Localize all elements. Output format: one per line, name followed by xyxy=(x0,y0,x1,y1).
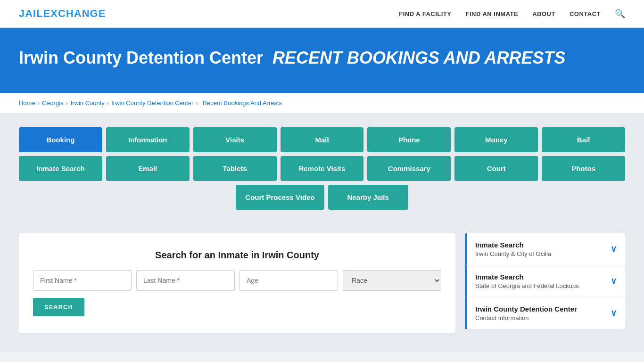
buttons-row-2: Inmate SearchEmailTabletsRemote VisitsCo… xyxy=(19,156,625,181)
btn-bail[interactable]: Bail xyxy=(542,127,625,152)
chevron-down-icon: ∨ xyxy=(611,276,617,286)
last-name-input[interactable] xyxy=(136,270,235,291)
btn-tablets[interactable]: Tablets xyxy=(193,156,277,181)
btn-photos[interactable]: Photos xyxy=(542,156,625,181)
breadcrumb-separator: › xyxy=(107,99,109,107)
breadcrumb-separator: › xyxy=(66,99,68,107)
btn-mail[interactable]: Mail xyxy=(281,127,364,152)
sidebar-contact-title: Irwin County Detention Center xyxy=(475,305,577,313)
search-button[interactable]: SEARCH xyxy=(33,298,84,316)
breadcrumb-current: Recent Bookings And Arrests xyxy=(203,99,282,107)
breadcrumb-link-bc-irwin-county[interactable]: Irwin County xyxy=(71,99,105,107)
btn-phone[interactable]: Phone xyxy=(367,127,451,152)
nav-link-find-inmate[interactable]: FIND AN INMATE xyxy=(465,10,518,17)
nav-links: FIND A FACILITYFIND AN INMATEABOUTCONTAC… xyxy=(399,8,625,19)
nav-link-about[interactable]: ABOUT xyxy=(532,10,555,17)
btn-money[interactable]: Money xyxy=(454,127,538,152)
buttons-section: BookingInformationVisitsMailPhoneMoneyBa… xyxy=(0,113,644,224)
search-icon[interactable]: 🔍 xyxy=(615,8,625,19)
btn-information[interactable]: Information xyxy=(106,127,190,152)
hero-title-main: Irwin County Detention Center xyxy=(19,48,263,67)
sidebar-inmate-county-subtitle: Irwin County & City of Ocilla xyxy=(475,250,551,257)
nav-link-contact[interactable]: CONTACT xyxy=(570,10,601,17)
sidebar: Inmate SearchIrwin County & City of Ocil… xyxy=(465,233,625,329)
btn-nearby-jails[interactable]: Nearby Jails xyxy=(328,185,408,210)
nav-link-find-facility[interactable]: FIND A FACILITY xyxy=(399,10,451,17)
search-card: Search for an Inmate in Irwin County Rac… xyxy=(19,233,455,333)
navbar: JAILEXCHANGE FIND A FACILITYFIND AN INMA… xyxy=(0,0,644,28)
first-name-input[interactable] xyxy=(33,270,132,291)
breadcrumb-separator: › xyxy=(38,99,40,107)
sidebar-inmate-state-subtitle: State of Georgia and Federal Lockups xyxy=(475,282,579,289)
sidebar-contact[interactable]: Irwin County Detention CenterContact Inf… xyxy=(465,297,625,329)
chevron-down-icon: ∨ xyxy=(611,308,617,318)
buttons-row-3: Court Process VideoNearby Jails xyxy=(19,185,625,210)
sidebar-inmate-county-title: Inmate Search xyxy=(475,241,551,249)
hero-title-italic: RECENT BOOKINGS AND ARRESTS xyxy=(272,48,565,67)
btn-visits[interactable]: Visits xyxy=(193,127,277,152)
hero-section: Irwin County Detention Center RECENT BOO… xyxy=(0,28,644,93)
sidebar-inmate-state-title: Inmate Search xyxy=(475,273,579,281)
btn-email[interactable]: Email xyxy=(106,156,190,181)
search-form: RaceAnyWhiteBlackHispanicAsianOther xyxy=(33,270,441,291)
btn-court[interactable]: Court xyxy=(454,156,538,181)
chevron-down-icon: ∨ xyxy=(611,244,617,254)
breadcrumb-link-bc-georgia[interactable]: Georgia xyxy=(42,99,64,107)
sidebar-inmate-county[interactable]: Inmate SearchIrwin County & City of Ocil… xyxy=(465,233,625,265)
search-title: Search for an Inmate in Irwin County xyxy=(33,250,441,261)
age-input[interactable] xyxy=(239,270,338,291)
btn-inmate-search[interactable]: Inmate Search xyxy=(19,156,102,181)
breadcrumb-link-bc-facility[interactable]: Irwin County Detention Center xyxy=(111,99,193,107)
race-select[interactable]: RaceAnyWhiteBlackHispanicAsianOther xyxy=(343,270,441,291)
sidebar-contact-subtitle: Contact Information xyxy=(475,314,577,321)
sidebar-inmate-state[interactable]: Inmate SearchState of Georgia and Federa… xyxy=(465,265,625,297)
main-content: Search for an Inmate in Irwin County Rac… xyxy=(0,224,644,352)
btn-court-process-video[interactable]: Court Process Video xyxy=(236,185,324,210)
breadcrumb-separator: › xyxy=(196,99,198,107)
logo-exchange: EXCHANGE xyxy=(43,8,106,19)
hero-title: Irwin County Detention Center RECENT BOO… xyxy=(19,47,625,69)
btn-booking[interactable]: Booking xyxy=(19,127,102,152)
site-logo[interactable]: JAILEXCHANGE xyxy=(19,8,106,20)
buttons-row-1: BookingInformationVisitsMailPhoneMoneyBa… xyxy=(19,127,625,152)
logo-jail: JAIL xyxy=(19,8,43,19)
btn-remote-visits[interactable]: Remote Visits xyxy=(281,156,364,181)
btn-commissary[interactable]: Commissary xyxy=(367,156,451,181)
breadcrumb: Home›Georgia›Irwin County›Irwin County D… xyxy=(0,93,644,113)
breadcrumb-link-bc-home[interactable]: Home xyxy=(19,99,35,107)
